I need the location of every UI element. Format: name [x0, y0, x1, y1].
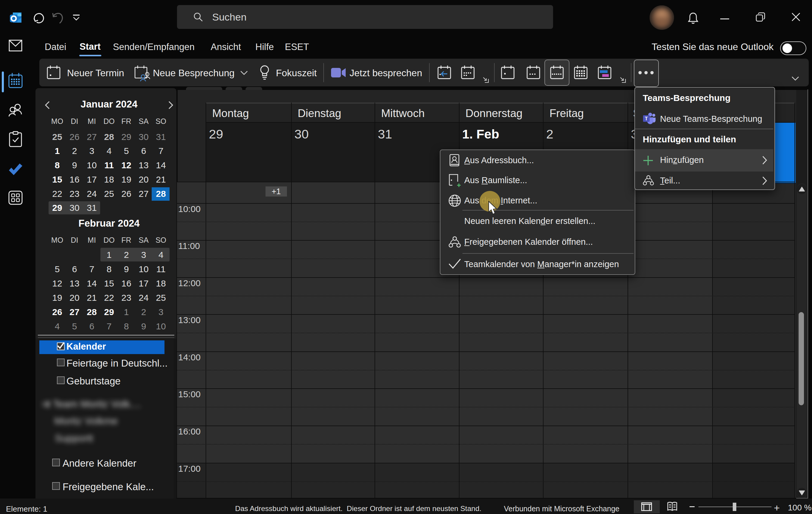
svg-text:T: T — [645, 116, 648, 121]
